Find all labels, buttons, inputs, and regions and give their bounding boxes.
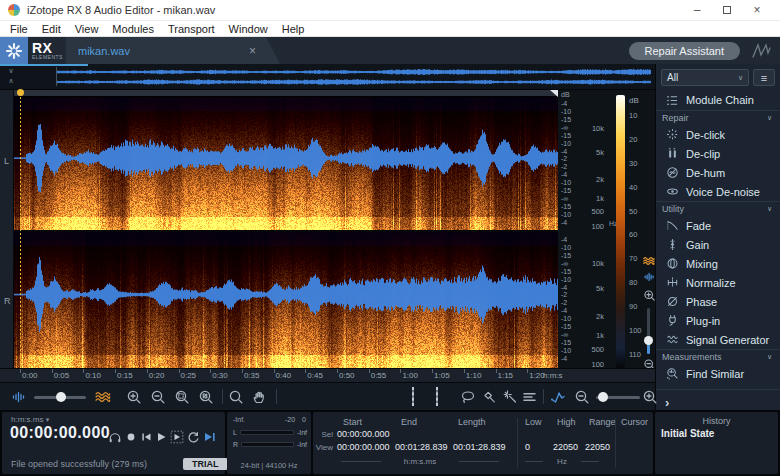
selection-freq-unit[interactable]: Hz [543, 457, 581, 466]
spectrogram-view[interactable] [14, 90, 558, 368]
rx-logo-sub: ELEMENTS [32, 54, 66, 60]
module-item-de-click[interactable]: De-click [656, 125, 780, 144]
col-high: High [557, 417, 576, 427]
meter-scale-min: -Inf. [233, 416, 245, 423]
zoom-out-icon[interactable] [150, 389, 166, 405]
time-ruler[interactable]: h:m:s 0:000:050:100:150:200:250:300:350:… [0, 368, 655, 382]
record-button[interactable] [125, 431, 137, 443]
colormap-unit-label: dB [629, 96, 639, 105]
bottom-bar: h:m:s.ms ▾ 00:00:00.000 File opened succ… [0, 410, 780, 476]
horizontal-zoom-in-icon[interactable] [642, 389, 658, 405]
module-item-voice-de-noise[interactable]: Voice De-noise [656, 182, 780, 201]
vertical-zoom-slider-thumb[interactable] [644, 336, 653, 345]
brush-selection-tool-icon[interactable] [482, 389, 497, 404]
module-item-de-hum[interactable]: De-hum [656, 163, 780, 182]
repair-assistant-button[interactable]: Repair Assistant [629, 42, 740, 60]
frequency-scale-right: 10k5k2k1k500100 [578, 232, 608, 368]
channel-label-left[interactable]: L [4, 156, 9, 166]
module-item-find-similar[interactable]: Find Similar [656, 364, 780, 383]
maximize-button[interactable] [712, 1, 742, 19]
instant-process-icon[interactable] [550, 390, 566, 404]
playhead-handle[interactable] [17, 89, 24, 96]
close-button[interactable]: × [742, 1, 772, 19]
chevron-down-icon: ∨ [767, 114, 772, 122]
trial-badge[interactable]: TRIAL [183, 458, 228, 470]
module-filter-dropdown[interactable]: All ∨ [661, 69, 749, 86]
horizontal-zoom-slider-thumb[interactable] [598, 392, 608, 402]
monitor-headphones-icon[interactable] [108, 431, 122, 444]
file-tab[interactable]: mikan.wav × [66, 37, 280, 64]
horizontal-zoom-out-icon[interactable] [574, 389, 590, 405]
menu-edit[interactable]: Edit [35, 23, 68, 35]
section-utility[interactable]: Utility∨ [656, 201, 780, 216]
magnifier-tool-icon[interactable] [228, 389, 244, 405]
module-item-signal-generator[interactable]: Signal Generator [656, 330, 780, 349]
maximize-icon [723, 6, 731, 14]
app-icon [8, 4, 20, 16]
module-item-de-clip[interactable]: De-clip [656, 144, 780, 163]
level-meters-panel: -Inf. -200 L -Inf R -Inf 24-bit | 44100 … [227, 412, 311, 474]
vertical-zoom-in-icon[interactable] [642, 289, 656, 303]
magic-wand-tool-icon[interactable] [503, 389, 518, 404]
ruler-tick: 0:00 [20, 369, 21, 373]
minimize-button[interactable]: – [682, 1, 712, 19]
section-measurements[interactable]: Measurements∨ [656, 349, 780, 364]
panel-menu-button[interactable]: ≡ [753, 69, 775, 86]
module-chain-item[interactable]: Module Chain [656, 90, 780, 110]
ruler-tick: 0:55 [369, 369, 370, 373]
expand-panel-arrow[interactable]: › [656, 389, 780, 410]
time-format-selector[interactable]: h:m:s.ms ▾ [11, 415, 49, 424]
play-button[interactable] [155, 431, 167, 443]
module-filter-value: All [667, 72, 678, 83]
module-item-mixing[interactable]: Mixing [656, 254, 780, 273]
grab-hand-tool-icon[interactable] [252, 389, 267, 404]
zoom-in-icon[interactable] [126, 389, 142, 405]
menu-help[interactable]: Help [275, 23, 312, 35]
view-blend-slider-thumb[interactable] [56, 392, 66, 402]
lasso-selection-tool-icon[interactable] [460, 389, 476, 404]
row-label-view: View [313, 443, 333, 452]
waveform-spectrogram-area: L R dB -4-10-15-∞-15-10-4-2-2-4-10-15-∞-… [0, 90, 655, 368]
spectrogram-channel-right[interactable] [14, 232, 558, 368]
amplitude-scale-left: -4-10-15-∞-15-10-4-2-2-4-10-15-∞-15-10-4 [561, 100, 578, 226]
play-to-end-button[interactable] [203, 431, 216, 443]
waveform-opacity-icon[interactable] [642, 272, 656, 283]
col-end: End [401, 417, 417, 427]
return-to-start-button[interactable] [140, 431, 152, 443]
spectrogram-view-icon[interactable] [95, 390, 111, 403]
harmonic-selection-tool-icon[interactable] [522, 390, 537, 403]
menu-window[interactable]: Window [222, 23, 275, 35]
zoom-selection-icon[interactable] [174, 389, 190, 405]
chevron-down-icon: ∨ [738, 74, 743, 82]
module-item-gain[interactable]: Gain [656, 235, 780, 254]
history-item[interactable]: Initial State [661, 428, 714, 439]
module-item-phase[interactable]: Phase [656, 292, 780, 311]
loop-region-marker[interactable] [550, 90, 558, 97]
module-item-fade[interactable]: Fade [656, 216, 780, 235]
loop-playback-button[interactable] [187, 431, 200, 444]
menu-modules[interactable]: Modules [105, 23, 161, 35]
spectrogram-channel-left[interactable] [14, 97, 558, 230]
module-item-plug-in[interactable]: Plug-in [656, 311, 780, 330]
ruler-tick: 0:25 [179, 369, 180, 373]
menu-file[interactable]: File [3, 23, 35, 35]
overview-waveform[interactable] [57, 67, 651, 87]
time-ruler-unit: h:m:s [543, 371, 563, 380]
normalize-icon [665, 276, 679, 289]
playhead-line[interactable] [20, 97, 21, 368]
title-bar: iZotope RX 8 Audio Editor - mikan.wav – … [0, 0, 780, 21]
overview-collapse-control[interactable]: ∨ ∧ [5, 66, 17, 86]
module-item-normalize[interactable]: Normalize [656, 273, 780, 292]
tab-close-icon[interactable]: × [249, 44, 256, 58]
channel-label-right[interactable]: R [4, 296, 11, 306]
menu-transport[interactable]: Transport [161, 23, 222, 35]
zoom-fit-icon[interactable] [198, 389, 214, 405]
overview-bar[interactable]: ∨ ∧ [0, 64, 655, 90]
section-repair[interactable]: Repair∨ [656, 110, 780, 125]
menu-view[interactable]: View [68, 23, 106, 35]
selection-time-unit[interactable]: h:m:s.ms [381, 457, 459, 466]
waveform-view-icon[interactable] [12, 391, 26, 403]
spectrogram-opacity-icon[interactable] [642, 256, 656, 267]
play-selection-button[interactable] [170, 430, 184, 444]
marker-strip[interactable] [14, 90, 558, 97]
